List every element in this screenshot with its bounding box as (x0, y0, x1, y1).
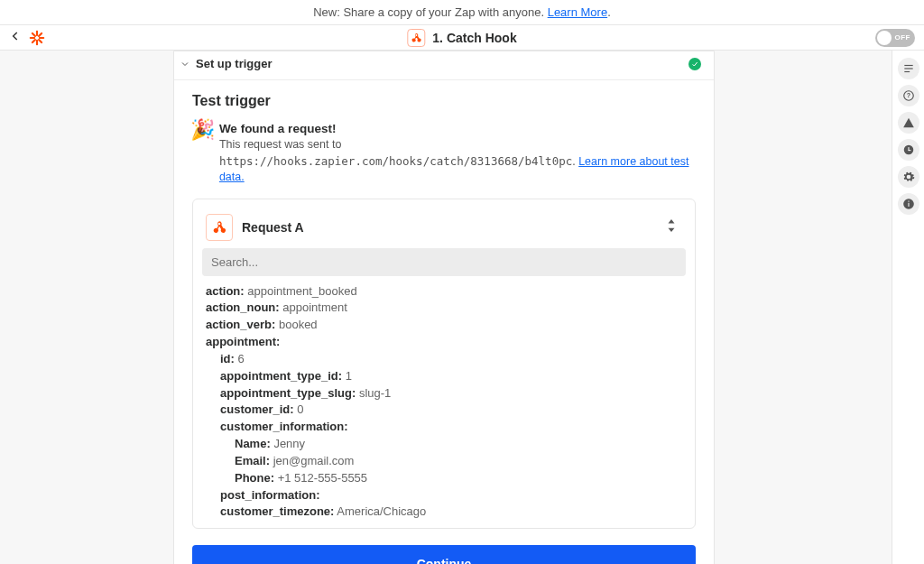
payload-custinfo: customer_information: (220, 420, 348, 433)
svg-rect-20 (908, 203, 909, 207)
help-icon[interactable]: ? (898, 85, 919, 106)
payload-action: appointment_booked (247, 284, 356, 298)
payload-customerid: 0 (297, 402, 303, 416)
chevron-down-icon (174, 59, 196, 69)
banner-text: New: Share a copy of your Zap with anyon… (313, 5, 544, 19)
back-button[interactable] (9, 30, 22, 45)
payload-id: 6 (238, 352, 245, 365)
webhook-url: https://hooks.zapier.com/hooks/catch/831… (219, 154, 572, 168)
zap-enable-toggle[interactable]: OFF (875, 29, 915, 47)
continue-button[interactable]: Continue (192, 545, 696, 565)
section-header-text: Set up trigger (196, 57, 273, 70)
svg-marker-8 (669, 219, 675, 223)
found-subtext: This request was sent to https://hooks.z… (219, 137, 696, 186)
section-title: Test trigger (192, 93, 696, 109)
svg-rect-18 (908, 150, 910, 151)
trigger-card: Set up trigger Test trigger We found a r… (173, 51, 715, 564)
request-card: Request A action: appointment_booked act… (192, 199, 696, 529)
svg-rect-0 (36, 30, 38, 35)
status-success-icon (688, 58, 701, 70)
sort-icon (666, 219, 679, 235)
svg-marker-9 (669, 228, 675, 232)
svg-rect-1 (36, 39, 38, 44)
payload-tz: America/Chicago (337, 504, 426, 518)
found-heading: We found a request! (219, 122, 696, 135)
found-request-block: We found a request! This request was sen… (192, 122, 696, 186)
step-title: 1. Catch Hook (432, 31, 516, 45)
banner-learn-more-link[interactable]: Learn More (548, 5, 607, 19)
editor-canvas: Set up trigger Test trigger We found a r… (0, 51, 892, 564)
svg-rect-4 (38, 32, 43, 37)
webhook-icon (206, 214, 233, 241)
confetti-icon (192, 122, 210, 145)
webhook-step-icon (407, 29, 425, 47)
payload-action-noun: appointment (282, 300, 347, 314)
svg-rect-12 (904, 71, 910, 72)
payload-appttypeid: 1 (346, 369, 352, 383)
payload-name: Jenny (273, 437, 305, 450)
warning-icon[interactable] (898, 112, 919, 134)
settings-icon[interactable] (898, 166, 919, 188)
svg-rect-10 (904, 65, 912, 66)
history-icon[interactable] (898, 139, 919, 161)
payload-pane[interactable]: action: appointment_booked action_noun: … (202, 283, 686, 522)
payload-appointment: appointment: (206, 335, 280, 348)
payload-action-verb: booked (279, 318, 318, 331)
payload-phone: +1 512-555-5555 (278, 471, 367, 485)
request-label: Request A (242, 220, 304, 235)
svg-rect-5 (31, 38, 36, 43)
right-rail: ? (892, 51, 924, 564)
request-selector[interactable]: Request A (202, 208, 686, 248)
svg-rect-7 (38, 38, 43, 43)
toggle-knob (877, 31, 892, 45)
payload-email: jen@gmail.com (273, 454, 355, 467)
svg-rect-11 (904, 68, 912, 69)
svg-rect-6 (31, 32, 36, 37)
svg-rect-3 (39, 36, 44, 38)
search-input[interactable] (202, 248, 686, 276)
svg-rect-2 (30, 36, 35, 38)
zapier-logo[interactable] (29, 30, 45, 46)
toggle-label: OFF (895, 33, 911, 42)
svg-rect-21 (908, 201, 909, 202)
svg-text:?: ? (906, 92, 910, 98)
setup-trigger-header[interactable]: Set up trigger (174, 51, 714, 80)
promo-banner: New: Share a copy of your Zap with anyon… (0, 0, 924, 25)
payload-postinfo: post_information: (220, 488, 320, 502)
info-icon[interactable] (898, 193, 919, 215)
svg-marker-15 (903, 118, 914, 128)
payload-appttypeslug: slug-1 (359, 386, 391, 400)
outline-icon[interactable] (898, 58, 919, 79)
topbar: 1. Catch Hook OFF (0, 25, 924, 51)
